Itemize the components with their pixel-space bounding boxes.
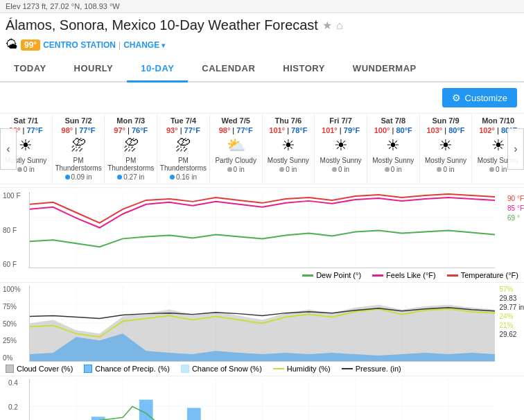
legend-temp-label: Temperature (°F)	[461, 271, 518, 279]
customize-label: Customize	[465, 93, 507, 103]
page-title: Álamos, Sonora, Mexico 10-Day Weather Fo…	[6, 17, 318, 33]
svg-rect-40	[187, 408, 201, 420]
day-col-2[interactable]: Mon 7/3 97° | 76°F ⛈ PM Thunderstorms 0.…	[105, 114, 157, 184]
day-desc-3: PM Thunderstorms	[159, 157, 208, 172]
hum-right-1: 29.83	[499, 295, 524, 302]
station-bar: 🌤 99° CENTRO STATION | CHANGE	[0, 36, 524, 56]
temp-y-labels: 100 F 80 F 60 F	[3, 192, 21, 268]
precip-dot-2	[117, 175, 122, 180]
day-icon-1: ⛈	[54, 137, 103, 155]
legend-humidity-label: Humidity (%)	[287, 365, 331, 373]
humidity-chart-section: 100% 75% 50% 25% 0% 57% 29.83 29.77 in 2…	[0, 282, 524, 376]
day-desc-8: Mostly Sunny	[421, 157, 471, 164]
day-label-2: Mon 7/3	[106, 116, 155, 125]
tab-calendar[interactable]: CALENDAR	[188, 56, 269, 82]
day-temps-7: 100° | 80°F	[369, 126, 418, 134]
tab-wundermap[interactable]: WUNDERMAP	[339, 56, 430, 82]
precip-dot-6	[332, 167, 337, 172]
legend-pressure-label: Pressure. (in)	[356, 365, 401, 373]
elevation-bar: Elev 1273 ft, 27.02 °N, 108.93 °W	[0, 0, 524, 13]
hum-y-3: 25%	[3, 337, 21, 344]
temp-y-labels-right: 90 °F 85 °F 69 °	[507, 195, 524, 222]
day-label-5: Thu 7/6	[264, 116, 313, 125]
precip-dot-5	[279, 167, 284, 172]
day-desc-5: Mostly Sunny	[264, 157, 313, 164]
day-col-7[interactable]: Sat 7/8 100° | 80°F ☀ Mostly Sunny 0 in	[367, 114, 420, 184]
hum-y-1: 75%	[3, 303, 21, 310]
temp-right-label-2: 69 °	[507, 214, 524, 222]
day-precip-2: 0.27 in	[106, 173, 155, 181]
temp-chart-svg	[29, 192, 495, 268]
nav-prev-arrow[interactable]: ‹	[0, 128, 17, 170]
legend-precip-chance: Chance of Precip. (%)	[84, 365, 170, 373]
humidity-chart-svg	[29, 286, 495, 362]
day-precip-7: 0 in	[369, 166, 418, 173]
day-label-0: Sat 7/1	[1, 116, 51, 125]
customize-button[interactable]: ⚙ Customize	[442, 88, 517, 107]
day-icon-7: ☀	[369, 137, 418, 155]
temp-chart-legend: Dew Point (°) Feels Like (°F) Temperatur…	[0, 268, 524, 282]
day-col-4[interactable]: Wed 7/5 98° | 77°F ⛅ Partly Cloudy 0 in	[210, 114, 263, 184]
day-col-3[interactable]: Tue 7/4 93° | 77°F ⛈ PM Thunderstorms 0.…	[157, 114, 210, 184]
legend-dew-color	[302, 274, 313, 277]
day-desc-7: Mostly Sunny	[369, 157, 418, 164]
temp-badge: 99°	[21, 40, 40, 51]
hum-right-0: 57%	[499, 286, 524, 293]
humidity-chart-legend: Cloud Cover (%) Chance of Precip. (%) Ch…	[0, 362, 524, 376]
temp-y-label-0: 100 F	[3, 192, 21, 200]
nav-tabs: TODAY HOURLY 10-DAY CALENDAR HISTORY WUN…	[0, 56, 524, 82]
day-icon-4: ⛅	[211, 137, 261, 155]
day-label-4: Wed 7/5	[211, 116, 261, 125]
legend-snow-color	[181, 365, 189, 373]
toolbar: ⚙ Customize	[0, 82, 524, 113]
precip-y-labels: 0.4 0.2 0.0	[8, 379, 18, 420]
tab-today[interactable]: TODAY	[0, 56, 60, 82]
hum-right-3: 24%	[499, 313, 524, 320]
hum-y-labels: 100% 75% 50% 25% 0%	[3, 286, 21, 362]
day-label-8: Sun 7/9	[421, 116, 471, 125]
temp-y-label-2: 60 F	[3, 261, 21, 268]
day-desc-6: Mostly Sunny	[316, 157, 365, 164]
legend-cloud-label: Cloud Cover (%)	[17, 365, 73, 373]
star-icon[interactable]: ★	[322, 19, 332, 32]
day-temps-3: 93° | 77°F	[159, 126, 208, 134]
day-desc-2: PM Thunderstorms	[106, 157, 155, 172]
hum-y-labels-right: 57% 29.83 29.77 in 24% 21% 29.62	[499, 286, 524, 338]
station-name[interactable]: CENTRO STATION	[43, 40, 116, 50]
legend-temperature: Temperature (°F)	[447, 271, 518, 279]
day-col-5[interactable]: Thu 7/6 101° | 78°F ☀ Mostly Sunny 0 in	[263, 114, 315, 184]
divider: |	[119, 40, 121, 50]
precip-dot-0	[17, 167, 22, 172]
hum-right-2: 29.77 in	[499, 304, 524, 311]
tab-hourly[interactable]: HOURLY	[60, 56, 128, 82]
day-icon-5: ☀	[264, 137, 313, 155]
day-temps-2: 97° | 76°F	[106, 126, 155, 134]
legend-feels-label: Feels Like (°F)	[386, 271, 436, 279]
legend-feels-like: Feels Like (°F)	[372, 271, 436, 279]
legend-snow-chance: Chance of Snow (%)	[181, 365, 262, 373]
day-precip-4: 0 in	[211, 166, 261, 173]
tab-history[interactable]: HISTORY	[269, 56, 339, 82]
legend-dew-point: Dew Point (°)	[302, 271, 361, 279]
day-precip-5: 0 in	[264, 166, 313, 173]
precip-dot-8	[437, 167, 442, 172]
day-temps-8: 103° | 80°F	[421, 126, 471, 134]
day-col-8[interactable]: Sun 7/9 103° | 80°F ☀ Mostly Sunny 0 in	[420, 114, 473, 184]
day-label-9: Mon 7/10	[473, 116, 523, 125]
day-col-6[interactable]: Fri 7/7 101° | 79°F ☀ Mostly Sunny 0 in	[315, 114, 367, 184]
nav-next-arrow[interactable]: ›	[507, 128, 524, 170]
legend-cloud-color	[6, 365, 14, 373]
day-col-1[interactable]: Sun 7/2 98° | 77°F ⛈ PM Thunderstorms 0.…	[53, 114, 105, 184]
change-link[interactable]: CHANGE	[123, 40, 165, 50]
tab-10day[interactable]: 10-DAY	[127, 56, 188, 82]
day-precip-6: 0 in	[316, 166, 365, 173]
day-precip-1: 0.09 in	[54, 173, 103, 181]
home-icon[interactable]: ⌂	[336, 19, 343, 32]
day-precip-8: 0 in	[421, 166, 471, 173]
day-icon-2: ⛈	[106, 137, 155, 155]
legend-snow-label: Chance of Snow (%)	[192, 365, 262, 373]
title-bar: Álamos, Sonora, Mexico 10-Day Weather Fo…	[0, 13, 524, 36]
legend-humidity-color	[273, 368, 284, 369]
day-temps-1: 98° | 77°F	[54, 126, 103, 134]
legend-humidity: Humidity (%)	[273, 365, 331, 373]
